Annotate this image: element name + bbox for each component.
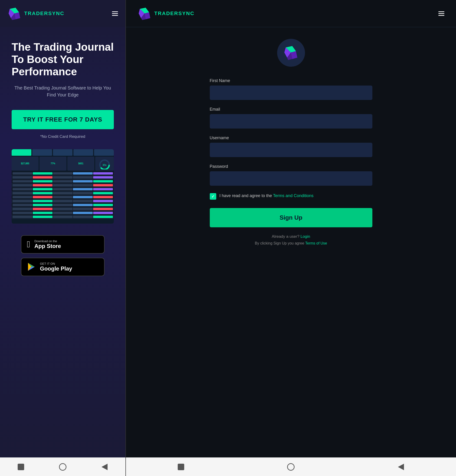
hamburger-line-3 <box>112 15 118 16</box>
username-input[interactable] <box>210 143 372 157</box>
store-buttons:  Download on the App Store GET IT ON Go… <box>12 235 114 276</box>
tradersync-logo-icon <box>8 7 21 20</box>
left-content: The Trading Journal To Boost Your Perfor… <box>0 27 125 476</box>
left-logo-text: TRADERSYNC <box>24 10 64 17</box>
terms-and-conditions-link[interactable]: Terms and Conditions <box>273 193 313 198</box>
right-home-button[interactable] <box>177 463 185 471</box>
signup-logo <box>277 39 305 67</box>
already-user-static: Already a user? <box>272 234 299 239</box>
recent-button[interactable] <box>58 463 67 471</box>
hero-title: The Trading Journal To Boost Your Perfor… <box>12 41 114 78</box>
back-button[interactable] <box>100 463 109 471</box>
left-panel: TRADERSYNC The Trading Journal To Boost … <box>0 0 125 476</box>
logo-colored: SYNC <box>48 10 64 16</box>
email-label: Email <box>210 107 372 112</box>
left-logo: TRADERSYNC <box>8 7 64 20</box>
hamburger-line-2 <box>112 13 118 14</box>
left-navbar: TRADERSYNC <box>0 0 125 27</box>
home-button[interactable] <box>17 463 25 471</box>
terms-agree-static: By clicking Sign Up you agree <box>255 241 304 245</box>
dashboard-screenshot: $27,885 77% $651 37x <box>12 149 114 224</box>
terms-row: I have read and agree to the Terms and C… <box>210 193 372 200</box>
terms-of-use-link[interactable]: Terms of Use <box>305 241 327 245</box>
right-back-button[interactable] <box>397 463 405 471</box>
right-logo: TRADERSYNC <box>138 7 194 20</box>
right-logo-text: TRADERSYNC <box>154 10 194 17</box>
right-logo-colored: SYNC <box>178 10 194 16</box>
left-bottom-nav <box>0 457 125 476</box>
square-icon <box>18 464 24 470</box>
hero-subtitle: The Best Trading Journal Software to Hel… <box>12 84 114 98</box>
google-play-icon <box>27 262 36 271</box>
login-link[interactable]: Login <box>301 234 310 239</box>
app-store-text: Download on the App Store <box>34 239 61 249</box>
google-play-text: GET IT ON Google Play <box>40 262 72 272</box>
right-menu-button[interactable] <box>438 11 444 16</box>
app-store-big-text: App Store <box>34 243 61 249</box>
google-play-big-text: Google Play <box>40 265 72 272</box>
first-name-input[interactable] <box>210 85 372 100</box>
logo-plain: TRADER <box>24 10 48 16</box>
right-hamburger-line-2 <box>438 13 444 14</box>
terms-text-before: I have read and agree to the <box>220 193 273 198</box>
first-name-group: First Name <box>210 78 372 100</box>
google-play-button[interactable]: GET IT ON Google Play <box>21 258 105 276</box>
right-hamburger-line-1 <box>438 11 444 12</box>
username-label: Username <box>210 136 372 140</box>
terms-agree-text: By clicking Sign Up you agree Terms of U… <box>210 241 372 246</box>
svg-text:37x: 37x <box>103 164 107 166</box>
app-store-button[interactable]:  Download on the App Store <box>21 235 105 254</box>
password-group: Password <box>210 164 372 186</box>
password-input[interactable] <box>210 171 372 186</box>
no-credit-card-text: *No Credit Card Required <box>12 134 114 139</box>
right-navbar: TRADERSYNC <box>126 0 456 27</box>
right-hamburger-line-3 <box>438 15 444 16</box>
right-logo-plain: TRADER <box>154 10 178 16</box>
sign-up-button[interactable]: Sign Up <box>210 208 372 227</box>
signup-logo-icon <box>283 45 299 61</box>
username-group: Username <box>210 136 372 157</box>
right-tradersync-logo-icon <box>138 7 151 20</box>
right-back-icon <box>398 464 404 470</box>
email-input[interactable] <box>210 114 372 128</box>
google-play-small-text: GET IT ON <box>40 262 72 265</box>
app-store-small-text: Download on the <box>34 239 61 243</box>
right-panel: TRADERSYNC First Name <box>126 0 456 476</box>
right-bottom-nav <box>126 457 456 476</box>
already-user-text: Already a user? Login <box>210 234 372 239</box>
right-square-icon <box>178 464 184 470</box>
terms-text: I have read and agree to the Terms and C… <box>220 193 314 199</box>
right-circle-icon <box>287 463 295 471</box>
first-name-label: First Name <box>210 78 372 83</box>
signup-form: First Name Email Username Password <box>210 78 372 246</box>
right-recent-button[interactable] <box>287 463 295 471</box>
cta-button[interactable]: TRY IT FREE FOR 7 DAYS <box>12 110 114 129</box>
back-icon <box>101 464 108 470</box>
left-menu-button[interactable] <box>112 11 118 16</box>
circle-icon <box>59 463 66 471</box>
apple-icon:  <box>27 239 30 249</box>
email-group: Email <box>210 107 372 128</box>
right-content: First Name Email Username Password <box>126 27 456 476</box>
terms-checkbox[interactable] <box>210 193 216 200</box>
hamburger-line-1 <box>112 11 118 12</box>
password-label: Password <box>210 164 372 169</box>
